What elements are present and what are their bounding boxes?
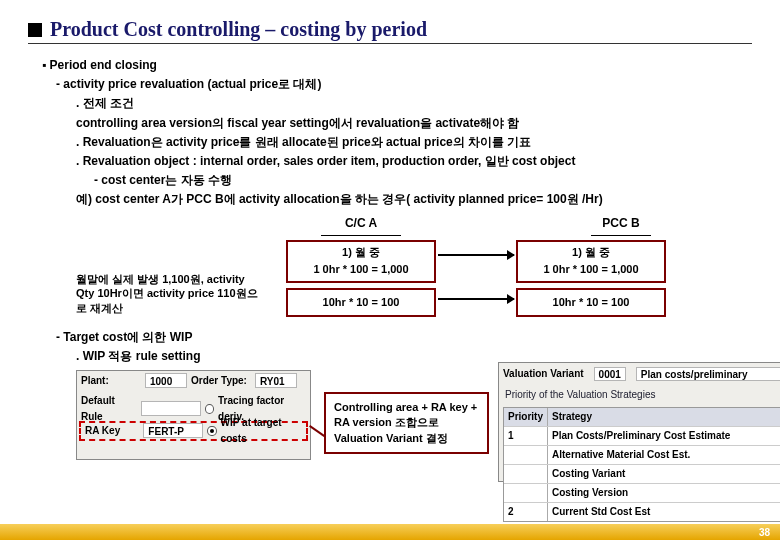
- cell-priority: 1: [504, 427, 548, 445]
- bullet-wip-1: - Target cost에 의한 WIP: [56, 328, 752, 347]
- sap-panel-right: Valuation Variant 0001 Plan costs/prelim…: [498, 362, 780, 482]
- square-bullet-icon: [28, 23, 42, 37]
- diagram-col-b: PCC B: [591, 214, 651, 236]
- bullet-lv3: . Revaluation은 activity price를 원래 alloca…: [76, 133, 752, 152]
- arrow-right-icon: [438, 254, 514, 256]
- rakey-label: RA Key: [85, 423, 139, 439]
- cell-strategy: Current Std Cost Est: [548, 503, 780, 521]
- cell-priority: [504, 465, 548, 483]
- bullet-lv3: . Revaluation object : internal order, s…: [76, 152, 752, 171]
- radio-icon[interactable]: [205, 404, 214, 414]
- cell-priority: 2: [504, 503, 548, 521]
- footer-bar: [0, 524, 780, 540]
- rakey-value: FERT-P: [143, 423, 203, 438]
- callout-box: Controlling area + RA key + RA version 조…: [324, 392, 489, 454]
- vv-label: Valuation Variant: [503, 366, 584, 382]
- cell-priority: [504, 446, 548, 464]
- vv-desc: Plan costs/preliminary: [636, 367, 780, 381]
- plant-label: Plant:: [81, 373, 141, 389]
- cell-strategy: Costing Version: [548, 484, 780, 502]
- default-rule-label: Default Rule: [81, 393, 137, 425]
- bullet-lv4: - cost center는 자동 수행: [94, 171, 752, 190]
- bullet-lv3: controlling area version의 fiscal year se…: [76, 114, 752, 133]
- title-row: Product Cost controlling – costing by pe…: [28, 18, 752, 41]
- content-block: ▪ Period end closing - activity price re…: [28, 56, 752, 490]
- plant-value: 1000: [145, 373, 187, 388]
- default-rule-value: [141, 401, 201, 416]
- bullet-lv1: ▪ Period end closing: [42, 56, 752, 75]
- grid-caption: Priority of the Valuation Strategies: [499, 385, 780, 405]
- callout-arrow-icon: [309, 425, 325, 437]
- diagram-col-a: C/C A: [321, 214, 401, 236]
- vv-value: 0001: [594, 367, 626, 381]
- cell-strategy: Plan Costs/Preliminary Cost Estimate: [548, 427, 780, 445]
- bullet-lv3: . 전제 조건: [76, 94, 752, 113]
- cell-strategy: Costing Variant: [548, 465, 780, 483]
- title-underline: [28, 43, 752, 44]
- diagram-box-b2: 10hr * 10 = 100: [516, 288, 666, 318]
- arrow-right-icon: [438, 298, 514, 300]
- wip-section: - Target cost에 의한 WIP . WIP 적용 rule sett…: [36, 328, 752, 366]
- strategy-grid: Priority Strategy 1Plan Costs/Preliminar…: [503, 407, 780, 522]
- ordertype-value: RY01: [255, 373, 297, 388]
- diagram-box-b1: 1) 월 중 1 0hr * 100 = 1,000: [516, 240, 666, 283]
- radio-icon[interactable]: [207, 426, 216, 436]
- page-number: 38: [759, 527, 770, 538]
- bullet-example: 예) cost center A가 PCC B에 activity alloca…: [76, 190, 752, 209]
- sap-panel-left: Plant: 1000 Order Type: RY01 Default Rul…: [76, 370, 311, 460]
- cell-priority: [504, 484, 548, 502]
- ordertype-label: Order Type:: [191, 373, 251, 389]
- diagram-box-a1: 1) 월 중 1 0hr * 100 = 1,000: [286, 240, 436, 283]
- col-strategy: Strategy: [548, 408, 780, 426]
- radio-opt2-label: WIP at target costs: [221, 415, 302, 447]
- diagram: C/C A PCC B 1) 월 중 1 0hr * 100 = 1,000 1…: [36, 214, 752, 324]
- diagram-note: 월말에 실제 발생 1,100원, activity Qty 10Hr이면 ac…: [76, 272, 261, 317]
- screenshots-area: Plant: 1000 Order Type: RY01 Default Rul…: [36, 370, 752, 490]
- page-title: Product Cost controlling – costing by pe…: [50, 18, 427, 41]
- diagram-box-a2: 10hr * 10 = 100: [286, 288, 436, 318]
- cell-strategy: Alternative Material Cost Est.: [548, 446, 780, 464]
- bullet-lv2: - activity price revaluation (actual pri…: [56, 75, 752, 94]
- col-priority: Priority: [504, 408, 548, 426]
